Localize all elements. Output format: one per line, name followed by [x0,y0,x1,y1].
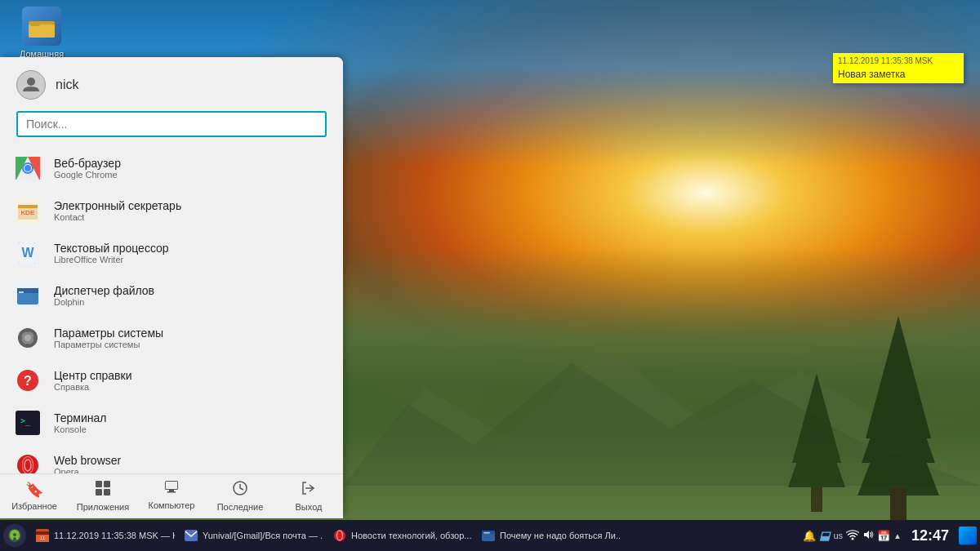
svg-rect-5 [890,487,906,520]
nav-label: Последние [217,502,264,512]
app-info: Электронный секретарь Kontact [54,199,181,222]
app-info: Параметры системы Параметры системы [54,327,163,349]
taskbar-item-opera[interactable]: Новости технологий, обзор... [325,526,472,545]
list-item[interactable]: Веб-браузер Google Chrome [0,147,343,189]
locale-tray[interactable]: us [833,531,843,540]
app-icon-terminal: >_ [13,408,42,438]
taskbar-tray: 🔔 ⬓ us [803,527,977,544]
app-subtitle: Параметры системы [54,340,163,349]
svg-rect-54 [96,489,102,495]
computer-icon [164,481,179,498]
svg-rect-27 [19,291,24,293]
calendar-tray-icon[interactable]: 📅 [877,530,890,542]
taskbar-item-label: Новости технологий, обзор... [351,531,471,540]
nav-label: Избранное [11,501,57,511]
user-area: nick [0,57,343,108]
list-item[interactable]: KDE Электронный секретарь Kontact [0,189,343,232]
start-button[interactable] [3,524,26,547]
app-info: Web browser Opera [54,454,121,473]
taskbar-item-email[interactable]: Yunival/[Gmail]/Вся почта — ... [176,526,323,545]
taskbar-left: 11 11.12.2019 11:35:38 MSK — К... Yuniva… [3,524,621,547]
svg-rect-69 [185,530,198,541]
svg-line-62 [240,488,243,490]
svg-point-30 [24,335,31,341]
color-indicator [959,527,977,544]
taskbar-item-label: Yunival/[Gmail]/Вся почта — ... [203,531,323,540]
tray-icons: 🔔 ⬓ us [803,529,902,543]
list-item[interactable]: Web browser Opera [0,444,343,473]
clock-icon [233,481,247,500]
svg-text:11: 11 [40,535,46,540]
taskbar-item-label: 11.12.2019 11:35:38 MSK — К... [54,531,175,540]
app-name: Web browser [54,454,121,467]
app-info: Диспетчер файлов Dolphin [54,284,154,307]
list-item[interactable]: Параметры системы Параметры системы [0,317,343,359]
app-info: Терминал Konsole [54,411,106,434]
nav-logout[interactable]: Выход [274,474,343,518]
bottom-nav: 🔖 Избранное Приложения [0,473,343,518]
svg-rect-53 [104,481,110,487]
expand-tray-icon[interactable]: ▲ [893,531,902,540]
app-subtitle: Google Chrome [54,170,121,180]
svg-point-16 [24,165,31,171]
sticky-note-timestamp: 11.12.2019 11:35:38 MSK [838,56,959,65]
username: nick [56,78,78,92]
app-info: Веб-браузер Google Chrome [54,157,121,180]
list-item[interactable]: ? Центр справки Справка [0,359,343,402]
app-name: Текстовый процессор [54,242,169,255]
desktop: Домашняя папка 11.12.2019 11:35:38 MSK Н… [0,0,980,551]
calendar-taskbar-icon: 11 [34,527,51,544]
app-icon-kontact: KDE [13,196,42,225]
nav-apps[interactable]: Приложения [69,474,137,518]
apps-icon [96,481,110,500]
opera-taskbar-icon [332,527,348,544]
app-subtitle: LibreOffice Writer [54,255,169,264]
nav-favorites[interactable]: 🔖 Избранное [0,474,69,518]
app-icon-opera [13,451,42,473]
svg-rect-58 [169,490,174,491]
nav-computer[interactable]: Компьютер [137,474,206,518]
app-subtitle: Opera [54,467,121,473]
search-input[interactable] [16,111,327,137]
taskbar: 11 11.12.2019 11:35:38 MSK — К... Yuniva… [0,520,980,551]
app-name: Параметры системы [54,327,163,340]
svg-rect-32 [26,344,29,348]
app-icon-settings [13,323,42,353]
bookmark-icon: 🔖 [25,481,43,499]
app-name: Диспетчер файлов [54,284,154,297]
bell-tray-icon[interactable]: 🔔 [803,530,816,542]
app-icon-help: ? [13,366,42,395]
taskbar-item-label: Почему не надо бояться Ли... [500,531,621,540]
email-taskbar-icon [183,527,199,544]
sticky-note: 11.12.2019 11:35:38 MSK Новая заметка [833,53,964,83]
app-icon-writer: W [13,238,42,268]
nav-label: Компьютер [149,500,195,510]
svg-rect-57 [166,482,177,489]
svg-rect-11 [30,21,40,26]
svg-point-64 [13,533,16,536]
browser-taskbar-icon [480,527,497,544]
svg-rect-19 [18,205,38,208]
svg-text:>_: >_ [20,416,31,426]
svg-rect-59 [167,491,176,493]
app-icon-dolphin [13,281,42,310]
nav-recent[interactable]: Последние [206,474,274,518]
nav-label: Приложения [77,502,129,512]
app-list[interactable]: Веб-браузер Google Chrome KDE Электронны… [0,147,343,473]
avatar [16,70,46,100]
clock: 12:47 [906,527,954,544]
svg-rect-33 [18,336,22,340]
list-item[interactable]: W Текстовый процессор LibreOffice Writer [0,232,343,274]
taskbar-item-clock[interactable]: 11 11.12.2019 11:35:38 MSK — К... [28,526,175,545]
start-menu: nick [0,57,343,518]
app-name: Центр справки [54,369,132,382]
volume-tray-icon[interactable] [862,529,874,543]
list-item[interactable]: >_ Терминал Konsole [0,402,343,444]
taskbar-item-browser[interactable]: Почему не надо бояться Ли... [474,526,621,545]
svg-rect-55 [104,489,110,495]
wifi-tray-icon[interactable] [846,529,859,543]
app-name: Электронный секретарь [54,199,181,212]
search-area [0,108,343,147]
list-item[interactable]: Диспетчер файлов Dolphin [0,274,343,317]
bluetooth-tray-icon[interactable]: ⬓ [819,529,830,542]
